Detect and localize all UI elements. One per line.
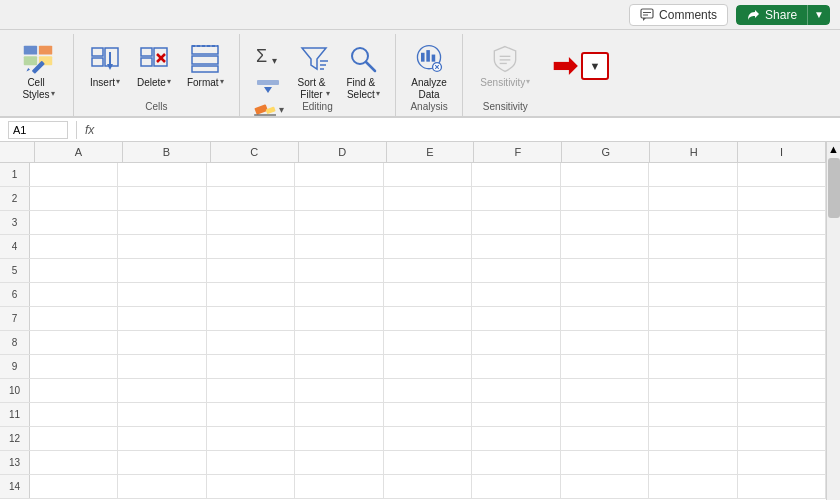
cell-f1[interactable] — [472, 163, 560, 187]
cell-styles-arrow: ▾ — [51, 89, 55, 99]
format-icon — [189, 43, 221, 75]
corner-cell — [0, 142, 35, 162]
delete-icon — [138, 43, 170, 75]
ribbon-section-cells: Insert ▾ — [74, 34, 240, 116]
sum-button[interactable]: Σ ▾ — [248, 38, 289, 74]
table-row: 2 — [0, 187, 826, 211]
table-row: 14 — [0, 475, 826, 499]
editing-buttons: Σ ▾ — [248, 38, 388, 156]
svg-marker-27 — [264, 87, 272, 93]
sort-filter-button[interactable]: Sort & Filter ▾ — [291, 38, 338, 106]
svg-rect-0 — [641, 9, 653, 18]
svg-marker-9 — [27, 68, 31, 72]
svg-marker-14 — [107, 64, 113, 70]
fill-icon — [256, 79, 280, 95]
analysis-section-label: Analysis — [396, 101, 462, 112]
analyze-data-button[interactable]: Analyze Data — [404, 38, 454, 106]
sort-filter-icon — [298, 43, 330, 75]
ribbon-expand-area: ➡ ▼ — [552, 34, 609, 116]
top-bar: Comments Share ▼ — [0, 0, 840, 30]
styles-buttons: Cell Styles ▾ — [15, 38, 61, 124]
share-button[interactable]: Share — [736, 5, 807, 25]
format-button[interactable]: Format ▾ — [180, 38, 231, 94]
cell-h1[interactable] — [649, 163, 737, 187]
table-row: 3 — [0, 211, 826, 235]
find-select-button[interactable]: Find & Select ▾ — [339, 38, 387, 106]
share-icon — [746, 8, 760, 22]
table-row: 8 — [0, 331, 826, 355]
sum-icon: Σ ▾ — [254, 42, 282, 70]
scrollbar-thumb[interactable] — [828, 158, 840, 218]
svg-text:▾: ▾ — [272, 55, 277, 66]
col-header-e[interactable]: E — [387, 142, 475, 162]
svg-rect-11 — [92, 58, 103, 66]
svg-text:Σ: Σ — [256, 46, 267, 66]
sum-group: Σ ▾ — [248, 38, 289, 138]
ribbon-inner: Cell Styles ▾ — [0, 30, 840, 118]
cell-d1[interactable] — [295, 163, 383, 187]
cell-i1[interactable] — [738, 163, 826, 187]
data-rows: 1 2 3 4 — [0, 163, 826, 499]
share-group: Share ▼ — [736, 5, 830, 25]
insert-icon — [89, 43, 121, 75]
svg-rect-40 — [432, 55, 436, 62]
table-row: 9 — [0, 355, 826, 379]
comment-icon — [640, 8, 654, 22]
cell-g1[interactable] — [561, 163, 649, 187]
fill-button[interactable] — [248, 76, 289, 98]
vertical-scrollbar[interactable]: ▲ ▼ — [826, 142, 840, 500]
table-row: 6 — [0, 283, 826, 307]
formula-divider — [76, 121, 77, 139]
cell-e1[interactable] — [384, 163, 472, 187]
editing-section-label: Editing — [240, 101, 396, 112]
cell-styles-label: Cell Styles ▾ — [22, 77, 54, 101]
cell-c1[interactable] — [207, 163, 295, 187]
share-expand-button[interactable]: ▼ — [807, 5, 830, 25]
col-header-g[interactable]: G — [562, 142, 650, 162]
ribbon-section-editing: Σ ▾ — [240, 34, 397, 116]
table-row: 7 — [0, 307, 826, 331]
comments-button[interactable]: Comments — [629, 4, 728, 26]
svg-rect-10 — [92, 48, 103, 56]
svg-rect-22 — [192, 66, 218, 72]
insert-button[interactable]: Insert ▾ — [82, 38, 128, 94]
chevron-down-icon: ▼ — [589, 60, 600, 72]
svg-rect-16 — [141, 58, 152, 66]
table-row: 4 — [0, 235, 826, 259]
table-row: 12 — [0, 427, 826, 451]
col-header-a[interactable]: A — [35, 142, 123, 162]
svg-marker-31 — [302, 48, 326, 69]
ribbon-section-analysis: Analyze Data Analysis — [396, 34, 463, 116]
spreadsheet-area: A B C D E F G H I 1 — [0, 142, 826, 500]
cell-styles-button[interactable]: Cell Styles ▾ — [15, 38, 61, 106]
svg-line-36 — [366, 62, 375, 71]
delete-button[interactable]: Delete ▾ — [130, 38, 178, 94]
col-header-c[interactable]: C — [211, 142, 299, 162]
col-header-d[interactable]: D — [299, 142, 387, 162]
ribbon: Cell Styles ▾ — [0, 30, 840, 118]
cell-b1[interactable] — [118, 163, 206, 187]
svg-marker-3 — [643, 18, 646, 21]
svg-rect-12 — [105, 48, 118, 66]
formula-fx: fx — [85, 123, 94, 137]
col-header-f[interactable]: F — [474, 142, 562, 162]
col-header-h[interactable]: H — [650, 142, 738, 162]
svg-rect-5 — [39, 46, 52, 55]
analyze-data-icon — [413, 43, 445, 75]
scrollbar-up-arrow[interactable]: ▲ — [827, 142, 840, 156]
sensitivity-button[interactable]: Sensitivity ▾ — [473, 38, 537, 94]
col-header-i[interactable]: I — [738, 142, 826, 162]
scrollbar-track[interactable] — [827, 220, 840, 500]
sensitivity-icon — [489, 43, 521, 75]
svg-rect-6 — [24, 56, 37, 65]
ribbon-section-styles: Cell Styles ▾ — [4, 34, 74, 116]
sensitivity-section-label: Sensitivity — [463, 101, 548, 112]
find-select-icon — [347, 43, 379, 75]
col-header-row: A B C D E F G H I — [0, 142, 826, 163]
col-header-b[interactable]: B — [123, 142, 211, 162]
table-row: 5 — [0, 259, 826, 283]
cell-a1[interactable] — [30, 163, 118, 187]
ribbon-expand-button[interactable]: ▼ — [581, 52, 609, 80]
table-row: 11 — [0, 403, 826, 427]
svg-rect-38 — [421, 53, 425, 62]
